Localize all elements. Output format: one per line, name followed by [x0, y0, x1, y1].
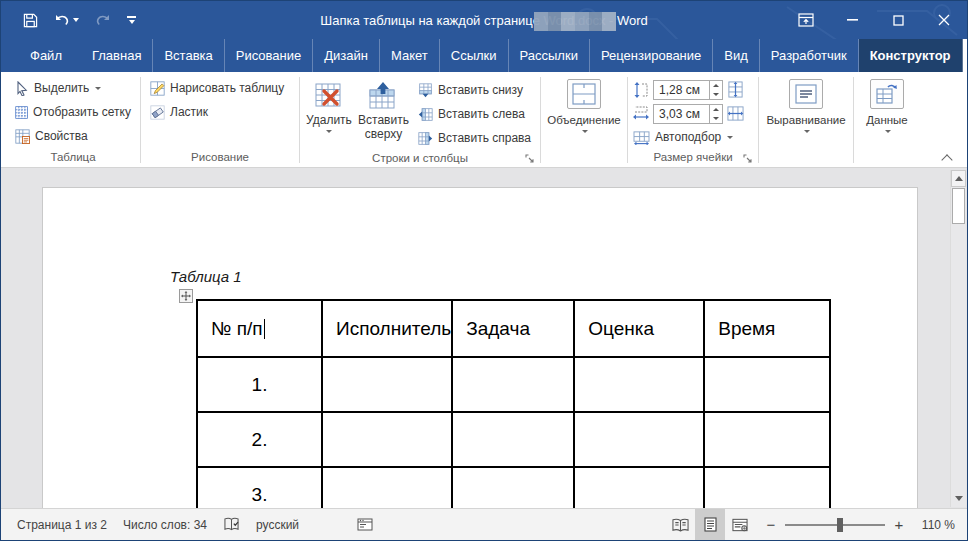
alignment-dropdown-caret[interactable] [804, 130, 810, 133]
read-mode-button[interactable] [665, 509, 695, 540]
header-cell-time[interactable]: Время [704, 300, 830, 357]
group-label-draw: Рисование [142, 150, 298, 167]
language-indicator[interactable]: русский [248, 509, 307, 540]
tab-design[interactable]: Дизайн [313, 39, 380, 72]
insert-below-button[interactable]: Вставить снизу [414, 79, 535, 101]
merge-button[interactable]: Объединение [546, 77, 622, 165]
table-move-handle[interactable] [179, 289, 193, 303]
customize-quick-access-button[interactable] [127, 16, 136, 24]
web-layout-button[interactable] [725, 509, 755, 540]
autofit-button[interactable]: Автоподбор [633, 126, 753, 148]
word-count[interactable]: Число слов: 34 [115, 509, 215, 540]
close-button[interactable] [921, 1, 967, 39]
alignment-button[interactable]: Выравнивание [764, 77, 848, 165]
tab-draw[interactable]: Рисование [225, 39, 313, 72]
body-cell[interactable]: 2. [197, 412, 322, 467]
body-cell[interactable] [322, 357, 452, 412]
body-cell[interactable] [322, 412, 452, 467]
macro-recording-button[interactable] [349, 509, 381, 540]
column-width-icon [633, 106, 649, 122]
collapse-ribbon-button[interactable] [943, 155, 953, 161]
body-cell[interactable] [574, 467, 704, 508]
maximize-button[interactable] [875, 1, 921, 39]
save-button[interactable] [23, 13, 38, 28]
window-controls [783, 1, 967, 39]
title-bar: Шапка таблицы на каждой странице Word.do… [1, 1, 967, 39]
scroll-down-button[interactable] [951, 490, 966, 507]
table-row[interactable]: 1. [197, 357, 830, 412]
tab-developer[interactable]: Разработчик [760, 39, 859, 72]
zoom-percentage[interactable]: 110 % [915, 518, 959, 532]
tab-view[interactable]: Вид [713, 39, 760, 72]
body-cell[interactable] [574, 412, 704, 467]
undo-dropdown-caret[interactable] [73, 18, 79, 22]
body-cell[interactable] [452, 357, 574, 412]
body-cell[interactable]: 1. [197, 357, 322, 412]
tab-references[interactable]: Ссылки [440, 39, 509, 72]
zoom-slider-thumb[interactable] [837, 518, 843, 532]
merge-dropdown-caret[interactable] [582, 130, 588, 133]
table-properties-button[interactable]: Свойства [11, 125, 135, 147]
insert-above-button[interactable]: Вставить сверху [355, 77, 412, 149]
eraser-button[interactable]: Ластик [146, 101, 294, 123]
view-gridlines-button[interactable]: Отобразить сетку [11, 101, 135, 123]
header-cell-grade[interactable]: Оценка [574, 300, 704, 357]
table-header-row[interactable]: № п/п Исполнитель Задача Оценка Время [197, 300, 830, 357]
column-width-input[interactable]: 3,03 см [653, 104, 723, 124]
zoom-in-button[interactable]: + [893, 516, 905, 533]
body-cell[interactable] [452, 467, 574, 508]
row-height-spinner[interactable] [709, 81, 722, 99]
data-button[interactable]: Данные [859, 77, 915, 165]
header-cell-executor[interactable]: Исполнитель [322, 300, 452, 357]
table-row[interactable]: 2. [197, 412, 830, 467]
tab-layout[interactable]: Макет [380, 39, 440, 72]
body-cell[interactable] [704, 467, 830, 508]
header-cell-number[interactable]: № п/п [197, 300, 322, 357]
tab-table-layout-active[interactable]: Макет [963, 39, 968, 72]
draw-table-button[interactable]: Нарисовать таблицу [146, 77, 294, 99]
tab-insert[interactable]: Вставка [153, 39, 224, 72]
body-cell[interactable] [704, 357, 830, 412]
body-cell[interactable] [574, 357, 704, 412]
header-cell-task[interactable]: Задача [452, 300, 574, 357]
tab-table-design[interactable]: Конструктор [859, 39, 963, 72]
table-row[interactable]: 3. [197, 467, 830, 508]
alignment-icon [789, 79, 823, 109]
tab-mailings[interactable]: Рассылки [509, 39, 590, 72]
print-layout-button[interactable] [695, 509, 725, 540]
delete-button[interactable]: Удалить [305, 77, 353, 149]
column-width-spinner[interactable] [709, 105, 722, 123]
insert-left-button[interactable]: Вставить слева [414, 103, 535, 125]
body-cell[interactable]: 3. [197, 467, 322, 508]
delete-dropdown-caret[interactable] [326, 130, 332, 133]
scrollbar-thumb[interactable] [952, 188, 965, 224]
macro-icon [357, 518, 373, 531]
tab-file[interactable]: Файл [19, 39, 73, 72]
body-cell[interactable] [452, 412, 574, 467]
select-button[interactable]: Выделить [11, 77, 135, 99]
undo-button[interactable] [54, 13, 79, 27]
document-page[interactable]: Таблица 1 № п/п Исполнитель Задача Оценк… [42, 187, 918, 508]
ribbon-display-options-button[interactable] [783, 1, 829, 39]
body-cell[interactable] [322, 467, 452, 508]
cell-size-dialog-launcher[interactable] [742, 153, 754, 165]
insert-right-button[interactable]: Вставить справа [414, 127, 535, 149]
zoom-out-button[interactable]: − [765, 516, 777, 533]
page-indicator[interactable]: Страница 1 из 2 [9, 509, 115, 540]
data-dropdown-caret[interactable] [885, 130, 891, 133]
row-height-input[interactable]: 1,28 см [653, 80, 723, 100]
body-cell[interactable] [704, 412, 830, 467]
status-bar-right: − + 110 % [665, 509, 959, 540]
tab-review[interactable]: Рецензирование [590, 39, 713, 72]
scroll-up-button[interactable] [951, 170, 966, 187]
distribute-rows-icon[interactable] [727, 81, 744, 98]
tab-home[interactable]: Главная [81, 39, 153, 72]
minimize-button[interactable] [829, 1, 875, 39]
vertical-scrollbar[interactable] [950, 170, 966, 507]
rows-columns-dialog-launcher[interactable] [524, 153, 536, 165]
distribute-columns-icon[interactable] [727, 105, 744, 122]
properties-icon [15, 129, 30, 144]
zoom-slider[interactable] [785, 524, 885, 526]
word-document-table[interactable]: № п/п Исполнитель Задача Оценка Время 1.… [196, 299, 831, 508]
proofing-status[interactable] [215, 509, 248, 540]
